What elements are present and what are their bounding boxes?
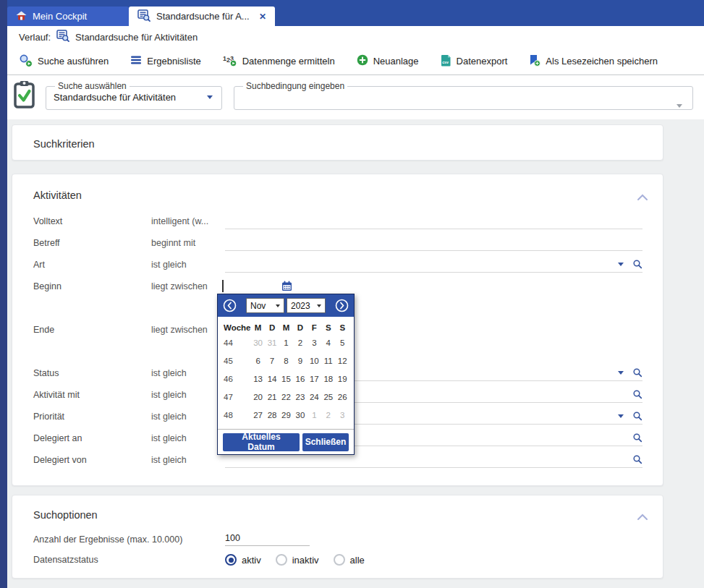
search-icon[interactable] (633, 412, 642, 423)
radio-inaktiv[interactable]: inaktiv (276, 554, 319, 566)
result-list-button[interactable]: Ergebnisliste (130, 55, 200, 67)
field-row-betreff: Betreff beginnt mit (33, 236, 642, 250)
calendar-day[interactable]: 1 (279, 338, 293, 347)
calendar-day[interactable]: 5 (336, 338, 349, 347)
operator[interactable]: ist gleich (151, 368, 225, 378)
close-button[interactable]: Schließen (302, 433, 349, 451)
chevron-up-icon[interactable] (637, 511, 648, 524)
operator[interactable]: ist gleich (151, 455, 225, 465)
calendar-day[interactable]: 14 (265, 375, 279, 383)
search-icon[interactable] (633, 390, 642, 401)
calendar-day[interactable]: 1 (308, 411, 321, 419)
calendar-day[interactable]: 12 (336, 357, 349, 365)
search-icon[interactable] (633, 433, 642, 445)
calendar-day[interactable]: 3 (308, 338, 321, 347)
calendar-day[interactable]: 10 (308, 357, 321, 365)
search-select-value: Standardsuche für Aktivitäten (54, 92, 176, 103)
calendar-week-row: 48 27 28 29 30 1 2 3 (218, 406, 354, 424)
operator[interactable]: ist gleich (151, 433, 225, 443)
chevron-down-icon[interactable] (618, 371, 624, 375)
radio-unselected-icon[interactable] (276, 554, 287, 566)
calendar-day[interactable]: 6 (251, 357, 265, 365)
svg-text:csv: csv (442, 59, 449, 64)
search-icon[interactable] (633, 260, 642, 271)
tab-mein-cockpit[interactable]: Mein Cockpit (7, 7, 129, 26)
week-number: 48 (222, 411, 251, 419)
calendar-day[interactable]: 17 (308, 375, 321, 383)
search-icon[interactable] (633, 368, 642, 380)
art-input[interactable] (225, 257, 642, 273)
operator[interactable]: intelligent (w... (151, 216, 225, 226)
calendar-icon[interactable] (281, 281, 292, 294)
calendar-day[interactable]: 20 (251, 393, 265, 401)
calendar-day[interactable]: 18 (321, 375, 335, 383)
radio-aktiv[interactable]: aktiv (225, 554, 261, 566)
save-bookmark-button[interactable]: Als Lesezeichen speichern (529, 54, 658, 69)
betreff-input[interactable] (225, 236, 642, 251)
beginn-date-input[interactable] (225, 279, 642, 294)
operator[interactable]: liegt zwischen (151, 325, 225, 335)
text-cursor (222, 280, 224, 292)
new-record-button[interactable]: Neuanlage (357, 54, 419, 68)
chevron-up-icon[interactable] (637, 191, 648, 204)
calendar-day[interactable]: 30 (251, 338, 265, 347)
radio-alle[interactable]: alle (334, 554, 365, 566)
radio-selected-icon[interactable] (225, 554, 237, 566)
search-icon[interactable] (633, 455, 642, 466)
search-condition-placeholder: Suchbedingung eingeben (243, 81, 347, 91)
year-select[interactable]: 2023 (287, 298, 326, 313)
count-records-button[interactable]: 1 2 3 Datenmenge ermitteln (223, 54, 335, 69)
operator[interactable]: ist gleich (151, 412, 225, 422)
calendar-day[interactable]: 21 (265, 393, 279, 401)
today-button[interactable]: Aktuelles Datum (223, 433, 300, 451)
calendar-day[interactable]: 13 (251, 375, 265, 383)
chevron-down-icon[interactable] (618, 263, 624, 266)
calendar-day[interactable]: 8 (279, 357, 293, 365)
collapsed-sidebar[interactable] (0, 0, 7, 588)
operator[interactable]: ist gleich (151, 260, 225, 270)
next-month-icon[interactable] (335, 299, 349, 312)
results-count-input[interactable]: 100 (225, 533, 310, 546)
operator[interactable]: beginnt mit (151, 238, 225, 248)
chevron-down-icon[interactable] (677, 104, 682, 108)
radio-unselected-icon[interactable] (334, 554, 345, 566)
close-icon[interactable]: ✕ (259, 12, 266, 21)
volltext-input[interactable] (225, 214, 642, 229)
data-export-button[interactable]: csv Datenexport (441, 54, 508, 69)
prev-month-icon[interactable] (223, 299, 237, 312)
record-status-row: Datensatzstatus aktiv inaktiv alle (33, 553, 642, 567)
operator[interactable]: liegt zwischen (151, 281, 225, 291)
calendar-day[interactable]: 28 (265, 411, 279, 419)
calendar-day[interactable]: 2 (293, 338, 307, 347)
calendar-day[interactable]: 4 (321, 338, 335, 347)
calendar-day[interactable]: 27 (251, 411, 265, 419)
calendar-day[interactable]: 16 (293, 375, 307, 383)
field-row-beginn: Beginn liegt zwischen (33, 279, 642, 294)
search-condition-field[interactable]: Suchbedingung eingeben (234, 81, 693, 110)
calendar-day[interactable]: 24 (308, 393, 321, 401)
search-select-dropdown[interactable]: Suche auswählen Standardsuche für Aktivi… (46, 81, 222, 110)
chevron-down-icon[interactable] (618, 414, 624, 418)
record-status-label: Datensatzstatus (33, 555, 225, 565)
operator[interactable]: ist gleich (151, 390, 225, 400)
calendar-day[interactable]: 19 (336, 375, 349, 383)
calendar-day[interactable]: 25 (321, 393, 335, 401)
calendar-day[interactable]: 11 (321, 357, 335, 365)
calendar-day[interactable]: 31 (265, 338, 279, 347)
calendar-day[interactable]: 22 (279, 393, 293, 401)
calendar-day[interactable]: 2 (321, 411, 335, 419)
calendar-day[interactable]: 7 (265, 357, 279, 365)
calendar-day[interactable]: 29 (279, 411, 293, 419)
tab-standardsuche[interactable]: Standardsuche für A... ✕ (129, 7, 275, 26)
history-item[interactable]: Standardsuche für Aktivitäten (75, 32, 198, 43)
calendar-day[interactable]: 26 (336, 393, 349, 401)
calendar-day[interactable]: 3 (336, 411, 349, 419)
calendar-day[interactable]: 30 (293, 411, 307, 419)
chevron-down-icon[interactable] (207, 95, 213, 99)
weekday-header: Woche M D M D F S S (218, 317, 354, 333)
calendar-day[interactable]: 9 (293, 357, 307, 365)
calendar-day[interactable]: 23 (293, 393, 307, 401)
calendar-day[interactable]: 15 (279, 375, 293, 383)
run-search-button[interactable]: Suche ausführen (19, 54, 109, 69)
month-select[interactable]: Nov (246, 298, 284, 313)
